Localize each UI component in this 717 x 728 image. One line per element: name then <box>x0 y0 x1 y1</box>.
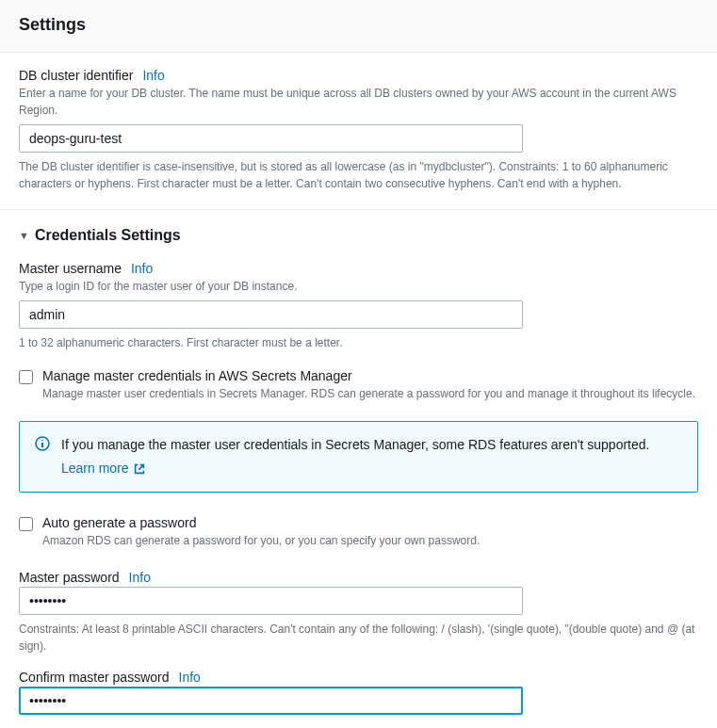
credentials-section: ▼ Credentials Settings Master username I… <box>0 209 717 715</box>
db-identifier-group: DB cluster identifier Info Enter a name … <box>19 68 698 192</box>
master-username-group: Master username Info Type a login ID for… <box>19 261 698 351</box>
secrets-manager-checkbox[interactable] <box>19 370 33 384</box>
confirm-password-input[interactable] <box>19 687 523 715</box>
db-identifier-constraint: The DB cluster identifier is case-insens… <box>19 158 698 192</box>
secrets-manager-label: Manage master credentials in AWS Secrets… <box>42 368 698 383</box>
confirm-password-group: Confirm master password Info <box>19 670 698 715</box>
auto-generate-group: Auto generate a password Amazon RDS can … <box>19 515 698 555</box>
master-password-label: Master password <box>19 570 120 585</box>
learn-more-text: Learn more <box>61 459 129 478</box>
caret-down-icon: ▼ <box>19 230 29 241</box>
master-password-group: Master password Info Constraints: At lea… <box>19 570 698 655</box>
svg-point-2 <box>41 440 43 442</box>
credentials-section-title: Credentials Settings <box>35 227 181 244</box>
settings-title: Settings <box>19 15 698 35</box>
master-username-input[interactable] <box>19 300 523 329</box>
master-username-constraint: 1 to 32 alphanumeric characters. First c… <box>19 334 698 351</box>
secrets-manager-description: Manage master user credentials in Secret… <box>42 385 698 402</box>
master-password-info-link[interactable]: Info <box>129 570 151 585</box>
auto-generate-description: Amazon RDS can generate a password for y… <box>42 532 698 549</box>
db-identifier-description: Enter a name for your DB cluster. The na… <box>19 85 698 119</box>
db-identifier-label: DB cluster identifier <box>19 68 133 83</box>
auto-generate-checkbox[interactable] <box>19 517 33 531</box>
auto-generate-label: Auto generate a password <box>42 515 698 530</box>
settings-panel-header: Settings <box>0 0 717 53</box>
info-icon <box>35 436 50 454</box>
master-username-info-link[interactable]: Info <box>131 261 153 276</box>
alert-text: If you manage the master user credential… <box>61 435 649 455</box>
confirm-password-label: Confirm master password <box>19 670 170 685</box>
secrets-manager-group: Manage master credentials in AWS Secrets… <box>19 368 698 408</box>
db-identifier-input[interactable] <box>19 124 523 153</box>
learn-more-link[interactable]: Learn more <box>61 459 146 478</box>
master-username-label: Master username <box>19 261 122 276</box>
confirm-password-info-link[interactable]: Info <box>179 670 201 685</box>
db-identifier-info-link[interactable]: Info <box>142 68 164 83</box>
master-password-input[interactable] <box>19 587 523 615</box>
master-password-constraint: Constraints: At least 8 printable ASCII … <box>19 621 698 655</box>
credentials-toggle[interactable]: ▼ Credentials Settings <box>19 227 698 244</box>
secrets-manager-alert: If you manage the master user credential… <box>19 421 698 493</box>
master-username-description: Type a login ID for the master user of y… <box>19 278 698 295</box>
settings-panel-body: DB cluster identifier Info Enter a name … <box>0 53 717 728</box>
external-link-icon <box>133 462 146 476</box>
